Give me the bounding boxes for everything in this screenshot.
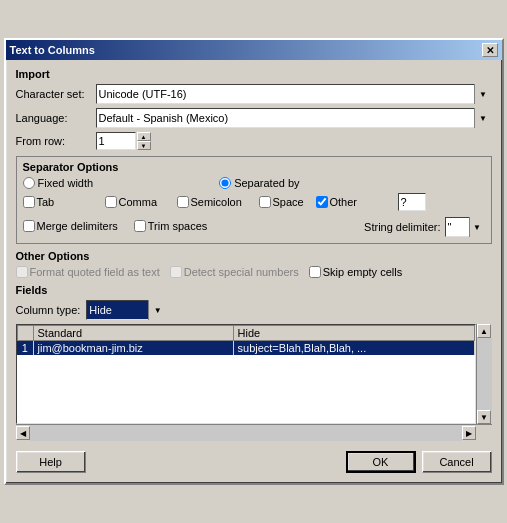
bottom-buttons: Help OK Cancel xyxy=(16,447,492,475)
fields-table-container: Standard Hide 1 jim@bookman-jim.biz subj… xyxy=(16,324,476,424)
space-checkbox[interactable] xyxy=(259,196,271,208)
space-checkbox-label[interactable]: Space xyxy=(259,196,314,208)
separator-options-title: Separator Options xyxy=(23,161,485,173)
language-row: Language: Default - Spanish (Mexico) ▼ xyxy=(16,108,492,128)
detect-special-label[interactable]: Detect special numbers xyxy=(170,266,299,278)
table-row[interactable]: 1 jim@bookman-jim.biz subject=Blah,Blah,… xyxy=(17,341,474,356)
from-row-input[interactable] xyxy=(96,132,136,150)
row-col1-cell: jim@bookman-jim.biz xyxy=(33,341,233,356)
merge-delimiters-label[interactable]: Merge delimiters xyxy=(23,220,118,232)
charset-label: Character set: xyxy=(16,88,96,100)
semicolon-checkbox-label[interactable]: Semicolon xyxy=(177,196,257,208)
other-checkbox[interactable] xyxy=(316,196,328,208)
fields-section-title: Fields xyxy=(16,284,492,296)
hide-column-header: Hide xyxy=(233,326,474,341)
scroll-left-button[interactable]: ◀ xyxy=(16,426,30,440)
from-row-row: From row: ▲ ▼ xyxy=(16,132,492,150)
fixed-width-radio-label[interactable]: Fixed width xyxy=(23,177,94,189)
separated-by-label: Separated by xyxy=(234,177,299,189)
spinner-buttons: ▲ ▼ xyxy=(137,132,151,150)
scroll-right-button[interactable]: ▶ xyxy=(462,426,476,440)
dialog-window: Text to Columns ✕ Import Character set: … xyxy=(4,38,504,485)
fields-table-content: Standard Hide 1 jim@bookman-jim.biz subj… xyxy=(16,324,476,424)
spinner-down[interactable]: ▼ xyxy=(137,141,151,150)
row-col2-cell: subject=Blah,Blah,Blah, ... xyxy=(233,341,474,356)
fixed-width-label: Fixed width xyxy=(38,177,94,189)
ok-cancel-buttons: OK Cancel xyxy=(346,451,492,473)
other-checkbox-label[interactable]: Other xyxy=(316,196,396,208)
string-delimiter-select[interactable]: " xyxy=(445,217,485,237)
tab-checkbox[interactable] xyxy=(23,196,35,208)
column-type-label: Column type: xyxy=(16,304,81,316)
merge-trim-row: Merge delimiters Trim spaces xyxy=(23,220,208,232)
comma-label: Comma xyxy=(119,196,158,208)
tab-checkbox-label[interactable]: Tab xyxy=(23,196,103,208)
close-button[interactable]: ✕ xyxy=(482,43,498,57)
format-quoted-checkbox[interactable] xyxy=(16,266,28,278)
detect-special-checkbox[interactable] xyxy=(170,266,182,278)
string-delimiter-select-wrapper: " ▼ xyxy=(445,217,485,237)
charset-select[interactable]: Unicode (UTF-16) xyxy=(96,84,492,104)
semicolon-checkbox[interactable] xyxy=(177,196,189,208)
language-select[interactable]: Default - Spanish (Mexico) xyxy=(96,108,492,128)
horizontal-scrollbar-wrapper: ◀ ▶ xyxy=(16,424,492,441)
skip-empty-checkbox[interactable] xyxy=(309,266,321,278)
spinner-up[interactable]: ▲ xyxy=(137,132,151,141)
comma-checkbox-label[interactable]: Comma xyxy=(105,196,175,208)
cancel-button[interactable]: Cancel xyxy=(422,451,492,473)
import-section: Import Character set: Unicode (UTF-16) ▼… xyxy=(16,68,492,150)
from-row-spinner: ▲ ▼ xyxy=(96,132,151,150)
separator-radio-row: Fixed width Separated by xyxy=(23,177,485,189)
ok-button[interactable]: OK xyxy=(346,451,416,473)
semicolon-label: Semicolon xyxy=(191,196,242,208)
row-number-cell: 1 xyxy=(17,341,33,356)
help-button[interactable]: Help xyxy=(16,451,86,473)
title-bar: Text to Columns ✕ xyxy=(6,40,502,60)
table-header-row: Standard Hide xyxy=(17,326,474,341)
scroll-track-h xyxy=(30,425,462,441)
from-row-label: From row: xyxy=(16,135,96,147)
fields-table-area: Standard Hide 1 jim@bookman-jim.biz subj… xyxy=(16,324,492,424)
language-label: Language: xyxy=(16,112,96,124)
fields-section: Fields Column type: Hide ▼ xyxy=(16,284,492,441)
charset-row: Character set: Unicode (UTF-16) ▼ xyxy=(16,84,492,104)
string-delimiter-row: String delimiter: " ▼ xyxy=(364,217,484,237)
separator-checkbox-row: Tab Comma Semicolon Space Other xyxy=(23,193,485,211)
format-quoted-label[interactable]: Format quoted field as text xyxy=(16,266,160,278)
import-section-title: Import xyxy=(16,68,492,80)
row-number-header xyxy=(17,326,33,341)
column-type-select[interactable]: Hide xyxy=(86,300,166,320)
column-type-row: Column type: Hide ▼ xyxy=(16,300,492,320)
other-value-input[interactable] xyxy=(398,193,426,211)
charset-select-wrapper: Unicode (UTF-16) ▼ xyxy=(96,84,492,104)
string-delimiter-label: String delimiter: xyxy=(364,221,440,233)
separator-options-group: Separator Options Fixed width Separated … xyxy=(16,156,492,244)
horizontal-scrollbar[interactable]: ◀ ▶ xyxy=(16,425,476,441)
tab-label: Tab xyxy=(37,196,55,208)
merge-delimiters-checkbox[interactable] xyxy=(23,220,35,232)
fields-table: Standard Hide 1 jim@bookman-jim.biz subj… xyxy=(17,325,475,355)
other-options-title: Other Options xyxy=(16,250,492,262)
scroll-down-button[interactable]: ▼ xyxy=(477,410,491,424)
separated-by-radio-label[interactable]: Separated by xyxy=(219,177,299,189)
trim-spaces-checkbox[interactable] xyxy=(134,220,146,232)
separated-by-radio[interactable] xyxy=(219,177,231,189)
comma-checkbox[interactable] xyxy=(105,196,117,208)
dialog-title: Text to Columns xyxy=(10,44,95,56)
other-options-section: Other Options Format quoted field as tex… xyxy=(16,250,492,278)
other-options-row: Format quoted field as text Detect speci… xyxy=(16,266,492,278)
trim-spaces-label[interactable]: Trim spaces xyxy=(134,220,208,232)
vertical-scrollbar[interactable]: ▲ ▼ xyxy=(476,324,492,424)
skip-empty-label[interactable]: Skip empty cells xyxy=(309,266,402,278)
other-label: Other xyxy=(330,196,358,208)
column-type-select-wrapper: Hide ▼ xyxy=(86,300,166,320)
language-select-wrapper: Default - Spanish (Mexico) ▼ xyxy=(96,108,492,128)
fixed-width-radio[interactable] xyxy=(23,177,35,189)
scroll-up-button[interactable]: ▲ xyxy=(477,324,491,338)
standard-column-header: Standard xyxy=(33,326,233,341)
space-label: Space xyxy=(273,196,304,208)
scroll-track-v xyxy=(477,338,492,410)
scroll-corner xyxy=(476,425,492,441)
